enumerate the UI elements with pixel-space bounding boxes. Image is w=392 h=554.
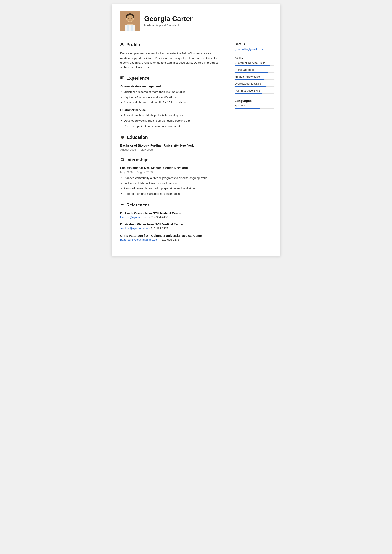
list-item: Answered phones and emails for 15 lab as… <box>120 100 220 105</box>
avatar <box>120 11 140 31</box>
svg-rect-10 <box>131 25 133 31</box>
job-title: Customer service <box>120 108 220 112</box>
svg-point-5 <box>126 15 133 20</box>
skill-name: Detail Oriented <box>235 68 274 71</box>
ref-name: Dr. Linda Coroza from NYU Medical Center <box>120 211 220 215</box>
skill-name: Organizational Skills <box>235 82 274 85</box>
svg-rect-9 <box>127 25 129 31</box>
education-section: 🎓 Education Bachelor of Biology, Fordham… <box>120 135 220 151</box>
reference-block: Chris Patterson from Columbia University… <box>120 234 220 241</box>
details-section: Details g.carter87@gmail.com <box>235 42 274 51</box>
right-column: Details g.carter87@gmail.com Skills Cust… <box>228 36 280 256</box>
skill-bar-bg <box>235 93 274 94</box>
skill-item: Customer Service Skills <box>235 61 274 66</box>
intern-dates: May 2020 — August 2020 <box>120 170 220 174</box>
profile-section: Profile Dedicated pre-med student lookin… <box>120 42 220 70</box>
list-item: Entered data and managed results databas… <box>120 191 220 196</box>
svg-rect-13 <box>121 77 122 78</box>
skills-title: Skills <box>235 56 274 60</box>
resume-container: Georgia Carter Medical Support Assistant… <box>112 4 280 256</box>
internships-section-title: Internships <box>120 157 220 164</box>
skill-bar-fill <box>235 86 266 87</box>
languages-title: Languages <box>235 99 274 103</box>
references-section: References Dr. Linda Coroza from NYU Med… <box>120 203 220 241</box>
experience-section-title: Experience <box>120 76 220 82</box>
profile-icon <box>120 42 124 47</box>
internships-section: Internships Lab assistant at NYU Medical… <box>120 157 220 196</box>
reference-block: Dr. Linda Coroza from NYU Medical Center… <box>120 211 220 219</box>
ref-contact: lcoroza@nyumed.com · 212-994-4482 <box>120 216 220 219</box>
full-name: Georgia Carter <box>144 15 193 22</box>
experience-section: Experience Administrative managementOrga… <box>120 76 220 129</box>
skill-bar-bg <box>235 65 274 66</box>
language-item: Spanish <box>235 104 274 109</box>
ref-contact: aweber@nyumed.com · 212-293-2832 <box>120 227 220 230</box>
ref-email-link[interactable]: aweber@nyumed.com <box>120 227 148 230</box>
ref-contact: patterson@columbiaumed.com · 212-638-227… <box>120 238 220 241</box>
skill-bar-bg <box>235 72 274 73</box>
ref-email-link[interactable]: lcoroza@nyumed.com <box>120 216 148 219</box>
experience-icon <box>120 76 124 81</box>
ref-name: Chris Patterson from Columbia University… <box>120 234 220 237</box>
skills-list: Customer Service SkillsDetail OrientedMe… <box>235 61 274 94</box>
skill-name: Medical Knowledge <box>235 75 274 78</box>
skill-name: Administrative Skills <box>235 89 274 92</box>
languages-section: Languages Spanish <box>235 99 274 109</box>
svg-rect-16 <box>122 78 123 78</box>
list-item: Organized records of more than 100 lab s… <box>120 89 220 95</box>
job-bullets: Served lunch to elderly patients in nurs… <box>120 113 220 129</box>
skill-bar-bg <box>235 86 274 87</box>
skill-bar-fill <box>235 65 270 66</box>
skill-bar-fill <box>235 79 264 80</box>
language-bar-bg <box>235 108 274 109</box>
skill-item: Organizational Skills <box>235 82 274 87</box>
ref-name: Dr. Andrew Weber from NYU Medical Center <box>120 223 220 226</box>
references-icon <box>120 203 124 207</box>
skill-name: Customer Service Skills <box>235 61 274 64</box>
svg-rect-17 <box>121 159 124 161</box>
svg-rect-15 <box>122 77 123 78</box>
skills-section: Skills Customer Service SkillsDetail Ori… <box>235 56 274 94</box>
edu-degree: Bachelor of Biology, Fordham University,… <box>120 144 220 147</box>
experience-jobs: Administrative managementOrganized recor… <box>120 85 220 129</box>
skill-bar-fill <box>235 93 262 94</box>
ref-email-link[interactable]: patterson@columbiaumed.com <box>120 238 159 241</box>
skill-item: Administrative Skills <box>235 89 274 94</box>
list-item: Led tours of lab facilities for small gr… <box>120 181 220 186</box>
svg-rect-8 <box>125 25 135 31</box>
references-list: Dr. Linda Coroza from NYU Medical Center… <box>120 211 220 241</box>
list-item: Developed weekly meal plan alongside coo… <box>120 118 220 123</box>
left-column: Profile Dedicated pre-med student lookin… <box>112 36 228 256</box>
job-title-header: Medical Support Assistant <box>144 24 193 27</box>
list-item: Recorded patient satisfaction and commen… <box>120 124 220 129</box>
reference-block: Dr. Andrew Weber from NYU Medical Center… <box>120 223 220 230</box>
profile-text: Dedicated pre-med student looking to ent… <box>120 51 220 70</box>
internships-icon <box>120 157 124 162</box>
languages-list: Spanish <box>235 104 274 109</box>
job-title: Administrative management <box>120 85 220 88</box>
list-item: Served lunch to elderly patients in nurs… <box>120 113 220 118</box>
education-section-title: 🎓 Education <box>120 135 220 141</box>
list-item: Planned community outreach programs to d… <box>120 175 220 181</box>
skill-bar-bg <box>235 79 274 80</box>
details-title: Details <box>235 42 274 46</box>
education-icon: 🎓 <box>120 135 125 139</box>
svg-rect-14 <box>121 78 122 79</box>
list-item: Kept log of lab visitors and identificat… <box>120 95 220 100</box>
language-bar-fill <box>235 108 260 109</box>
email-link[interactable]: g.carter87@gmail.com <box>235 48 263 51</box>
language-name: Spanish <box>235 104 274 107</box>
edu-dates: August 2004 — May 2008 <box>120 148 220 151</box>
header-text: Georgia Carter Medical Support Assistant <box>144 15 193 27</box>
intern-bullets: Planned community outreach programs to d… <box>120 175 220 196</box>
references-section-title: References <box>120 203 220 209</box>
skill-item: Detail Oriented <box>235 68 274 73</box>
skill-bar-fill <box>235 72 268 73</box>
list-item: Assisted research team with preparation … <box>120 186 220 191</box>
svg-point-6 <box>128 18 129 19</box>
svg-point-7 <box>131 18 132 19</box>
svg-rect-12 <box>120 77 124 79</box>
profile-section-title: Profile <box>120 42 220 49</box>
svg-marker-18 <box>121 203 124 206</box>
main-content: Profile Dedicated pre-med student lookin… <box>112 36 280 256</box>
